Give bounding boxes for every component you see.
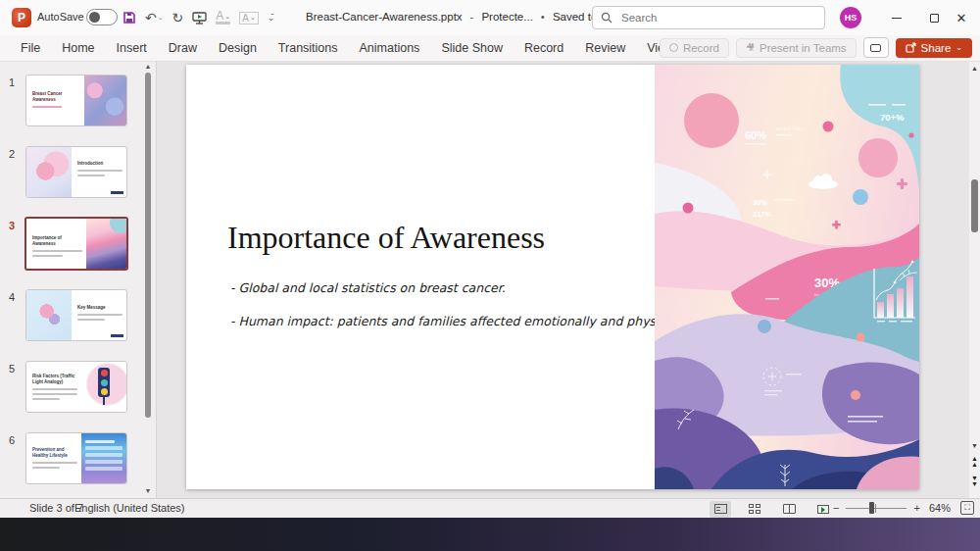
thumb-4-image	[26, 290, 72, 340]
character-spacing-icon[interactable]: A⌄	[239, 12, 259, 25]
autosave-toggle[interactable]	[86, 9, 118, 25]
zoom-slider-thumb[interactable]	[869, 502, 874, 514]
slide-bullet-1[interactable]: - Global and local statistics on breast …	[230, 280, 506, 295]
slide-thumbnail-3-selected[interactable]: Importance of Awareness	[24, 217, 128, 271]
slide-artwork: 60% SURVIVAL 70+% 30% 217% 30% Increase …	[655, 65, 919, 489]
thumb-5-text: Risk Factors (Traffic Light Analogy)	[26, 362, 81, 412]
tab-slide-show[interactable]: Slide Show	[430, 35, 514, 62]
thumb-4-accent-bar	[111, 334, 123, 337]
slide-2-number: 2	[9, 148, 15, 160]
undo-icon[interactable]: ↶⌄	[145, 10, 164, 25]
account-avatar[interactable]: HS	[840, 7, 861, 28]
share-icon	[906, 42, 916, 53]
slide-thumbnail-6[interactable]: Prevention and Healthy Lifestyle	[25, 432, 127, 484]
zoom-controls: − +	[833, 501, 920, 515]
tab-home[interactable]: Home	[51, 35, 105, 62]
search-icon	[601, 12, 612, 24]
character-spacing-dropdown-icon[interactable]: ⌄	[250, 14, 256, 22]
undo-dropdown-icon[interactable]: ⌄	[158, 14, 164, 22]
thumb-2-image	[26, 147, 72, 197]
slide-title[interactable]: Importance of Awareness	[227, 220, 545, 256]
view-switcher	[710, 500, 834, 518]
record-button[interactable]: Record	[660, 38, 729, 58]
zoom-in-button[interactable]: +	[913, 502, 919, 514]
panel-scroll-down-icon[interactable]: ▼	[143, 487, 153, 494]
start-slideshow-icon[interactable]	[192, 11, 207, 25]
thumb-6-text: Prevention and Healthy Lifestyle	[26, 433, 81, 483]
title-separator: -	[470, 11, 474, 23]
minimize-button[interactable]	[878, 0, 915, 35]
record-icon	[669, 43, 678, 52]
svg-text:70+%: 70+%	[880, 112, 905, 123]
tab-insert[interactable]: Insert	[106, 35, 158, 62]
zoom-slider[interactable]	[846, 501, 906, 515]
powerpoint-window: P AutoSave ↶⌄ ↻ A⌄ A⌄ ⌄̄ Breast-Cancer-A…	[0, 0, 980, 551]
close-button[interactable]: ✕	[943, 0, 980, 35]
scrollbar-thumb[interactable]	[971, 179, 978, 232]
tab-draw[interactable]: Draw	[158, 35, 208, 62]
title-bar: P AutoSave ↶⌄ ↻ A⌄ A⌄ ⌄̄ Breast-Cancer-A…	[0, 0, 980, 35]
share-button[interactable]: Share ⌄	[896, 38, 972, 58]
thumb-2-accent-bar	[111, 191, 123, 194]
slide-3-number: 3	[9, 220, 15, 231]
thumbnail-panel-scrollbar[interactable]: ▲ ▼	[143, 62, 153, 498]
panel-scrollbar-thumb[interactable]	[145, 73, 151, 418]
slide-bullet-2[interactable]: - Human impact: patients and families af…	[230, 314, 690, 328]
tab-review[interactable]: Review	[574, 35, 636, 62]
thumb-4-title: Key Message	[77, 305, 122, 311]
thumb-6-image	[81, 433, 126, 483]
thumb-2-text: Introduction	[72, 147, 126, 197]
next-slide-button[interactable]: ▼▼	[969, 476, 980, 487]
slide-thumbnail-5[interactable]: Risk Factors (Traffic Light Analogy)	[25, 361, 127, 413]
present-in-teams-button[interactable]: 🎥︎Present in Teams	[736, 38, 857, 58]
zoom-level[interactable]: 64%	[929, 502, 951, 514]
save-icon[interactable]	[122, 11, 136, 25]
slide-thumbnail-2[interactable]: Introduction	[25, 146, 127, 198]
language-indicator[interactable]: English (United States)	[74, 502, 185, 514]
svg-text:30%: 30%	[753, 198, 767, 207]
thumb-3-text: Importance of Awareness	[26, 219, 86, 269]
slide-4-number: 4	[9, 291, 15, 303]
thumb-5-image	[81, 362, 126, 412]
vertical-scrollbar[interactable]: ▲ ▼ ▲▲ ▼▼	[969, 62, 980, 498]
customize-qat-icon[interactable]: ⌄̄	[268, 13, 275, 23]
thumb-5-title: Risk Factors (Traffic Light Analogy)	[32, 374, 77, 385]
slide-1-number: 1	[9, 76, 15, 88]
fit-slide-to-window-button[interactable]: ⛶	[960, 501, 974, 515]
tab-file[interactable]: File	[10, 35, 51, 62]
reading-view-button[interactable]	[778, 501, 800, 518]
title-dot: •	[541, 11, 545, 23]
document-title: Breast-Cancer-Awareness.pptx - Protecte.…	[306, 11, 637, 23]
scroll-up-icon[interactable]: ▲	[969, 65, 980, 73]
powerpoint-app-icon[interactable]: P	[12, 8, 31, 27]
traffic-light-graphic	[98, 368, 110, 397]
slideshow-view-button[interactable]	[812, 501, 834, 518]
font-color-dropdown-icon[interactable]: ⌄	[224, 11, 230, 22]
previous-slide-button[interactable]: ▲▲	[969, 456, 980, 468]
tab-transitions[interactable]: Transitions	[268, 35, 349, 62]
autosave-toggle-knob	[89, 12, 100, 23]
slide-sorter-view-button[interactable]	[744, 501, 765, 518]
svg-text:217%: 217%	[753, 210, 772, 219]
redo-icon[interactable]: ↻	[172, 10, 184, 25]
scroll-down-icon[interactable]: ▼	[969, 442, 980, 450]
slide-thumbnail-4[interactable]: Key Message	[25, 289, 127, 341]
tab-record[interactable]: Record	[514, 35, 574, 62]
tab-design[interactable]: Design	[208, 35, 268, 62]
search-box[interactable]	[592, 6, 825, 29]
normal-view-button[interactable]	[710, 501, 731, 518]
zoom-out-button[interactable]: −	[833, 502, 839, 514]
panel-scroll-up-icon[interactable]: ▲	[143, 63, 153, 70]
ribbon-right-actions: Record 🎥︎Present in Teams Share ⌄	[660, 37, 972, 58]
tab-animations[interactable]: Animations	[349, 35, 431, 62]
slide-6-number: 6	[9, 434, 15, 446]
current-slide[interactable]: Importance of Awareness - Global and loc…	[186, 65, 919, 489]
teams-camera-icon: 🎥︎	[746, 43, 755, 53]
windows-taskbar: 2 X O B. ◷ b	[0, 518, 980, 551]
slide-thumbnail-panel: 1 Breast Cancer Awareness 2 Introduction…	[0, 62, 157, 498]
comments-button[interactable]	[863, 37, 889, 58]
search-input[interactable]	[619, 11, 796, 25]
slide-thumbnail-1[interactable]: Breast Cancer Awareness	[25, 75, 127, 126]
font-color-icon[interactable]: A⌄	[216, 11, 230, 25]
svg-text:SURVIVAL: SURVIVAL	[776, 126, 804, 131]
